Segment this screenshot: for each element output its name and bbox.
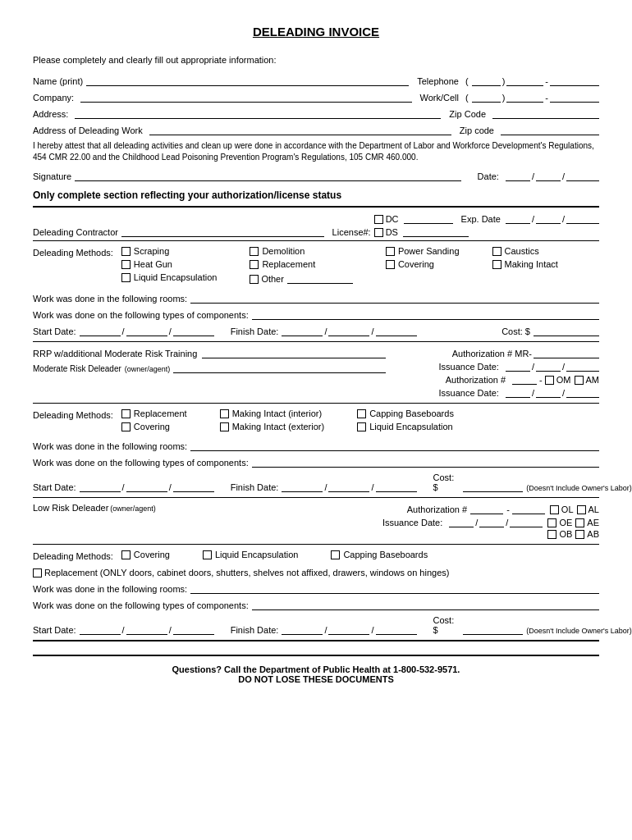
start-day3-field[interactable] (126, 623, 167, 635)
replacement1-checkbox[interactable] (250, 260, 259, 269)
finish-day3-field[interactable] (328, 623, 369, 635)
finish-month3-field[interactable] (282, 623, 323, 635)
cost3-field[interactable] (463, 623, 524, 635)
exp-month-field[interactable] (506, 212, 530, 224)
work-components2-field[interactable] (252, 456, 599, 468)
cost1-field[interactable] (534, 325, 599, 336)
work-rooms2-label: Work was done in the following rooms: (33, 441, 187, 451)
telephone-label: Telephone (417, 76, 459, 86)
method-power-sanding: Power Sanding (386, 246, 460, 256)
issuance2-year-field[interactable] (566, 386, 599, 398)
al-checkbox[interactable] (577, 505, 586, 514)
liquid-encap1-checkbox[interactable] (121, 273, 131, 282)
issuance2-month-field[interactable] (506, 386, 530, 398)
ab-checkbox[interactable] (575, 530, 584, 539)
ob-checkbox[interactable] (547, 530, 556, 539)
workcell-area-field[interactable] (472, 91, 501, 103)
license-number-field[interactable] (404, 212, 453, 224)
finish-label1: Finish Date: (231, 326, 279, 336)
auth-lr-prefix-field[interactable] (470, 503, 503, 514)
date-year-field[interactable] (566, 170, 599, 181)
om-checkbox[interactable] (545, 376, 554, 385)
work-rooms3-field[interactable] (190, 582, 599, 594)
start-year2-field[interactable] (173, 481, 214, 492)
start-day2-field[interactable] (126, 481, 167, 492)
contractor-field[interactable] (121, 226, 324, 237)
covering3-checkbox[interactable] (121, 550, 131, 559)
start-year3-field[interactable] (173, 623, 214, 635)
cost2-field[interactable] (463, 481, 524, 492)
issuance1-month-field[interactable] (506, 360, 530, 372)
ds-number-field[interactable] (403, 226, 469, 237)
date-month-field[interactable] (506, 170, 530, 181)
auth-omam-prefix-field[interactable] (512, 373, 537, 385)
issuance3-day-field[interactable] (479, 516, 504, 527)
work-components1-field[interactable] (252, 308, 599, 320)
start-day1-field[interactable] (126, 325, 167, 336)
signature-field[interactable] (75, 170, 460, 181)
making-intact1-checkbox[interactable] (492, 260, 501, 269)
capping3-checkbox[interactable] (331, 550, 340, 559)
company-field[interactable] (80, 91, 411, 103)
tel-prefix-field[interactable] (506, 75, 543, 86)
exp-year-field[interactable] (566, 212, 599, 224)
zip-code-field[interactable] (492, 107, 599, 119)
start-month1-field[interactable] (80, 325, 121, 336)
finish-day1-field[interactable] (328, 325, 369, 336)
covering2-checkbox[interactable] (121, 422, 131, 431)
am-checkbox[interactable] (575, 376, 584, 385)
other-field[interactable] (287, 272, 353, 284)
auth-mr-field[interactable] (534, 347, 599, 358)
issuance1-year-field[interactable] (566, 360, 599, 372)
scraping-checkbox[interactable] (121, 247, 131, 256)
work-rooms2-field[interactable] (190, 440, 599, 451)
date-day-field[interactable] (536, 170, 561, 181)
finish-month1-field[interactable] (282, 325, 323, 336)
liquid-encap2-checkbox[interactable] (357, 422, 366, 431)
oe-checkbox[interactable] (547, 518, 556, 527)
covering1-checkbox[interactable] (386, 260, 395, 269)
ds-checkbox[interactable] (374, 228, 383, 237)
other-checkbox[interactable] (250, 275, 259, 284)
auth-lr-suffix-field[interactable] (512, 503, 545, 514)
finish-year3-field[interactable] (376, 623, 417, 635)
replacement2-checkbox[interactable] (121, 409, 131, 418)
demolition-checkbox[interactable] (250, 247, 259, 256)
finish-month2-field[interactable] (282, 481, 323, 492)
finish-day2-field[interactable] (328, 481, 369, 492)
ol-checkbox[interactable] (550, 505, 559, 514)
rrp-field[interactable] (202, 347, 386, 358)
issuance3-month-field[interactable] (449, 516, 474, 527)
mod-risk-field[interactable] (173, 362, 386, 373)
address-deleading-field[interactable] (149, 124, 451, 135)
finish-year2-field[interactable] (376, 481, 417, 492)
issuance1-day-field[interactable] (536, 360, 561, 372)
issuance3-year-field[interactable] (510, 516, 543, 527)
caustics-checkbox[interactable] (492, 247, 501, 256)
work-components3-field[interactable] (252, 599, 599, 610)
ae-checkbox[interactable] (575, 518, 584, 527)
replacement3-checkbox[interactable] (33, 568, 42, 578)
making-intact-int-checkbox[interactable] (220, 409, 229, 418)
power-sanding-checkbox[interactable] (386, 247, 395, 256)
zip-code2-field[interactable] (501, 124, 599, 135)
tel-number-field[interactable] (550, 75, 599, 86)
heat-gun-checkbox[interactable] (121, 260, 131, 269)
tel-area-field[interactable] (472, 75, 501, 86)
capping2-checkbox[interactable] (357, 409, 366, 418)
start-year1-field[interactable] (173, 325, 214, 336)
address-field[interactable] (75, 107, 441, 119)
finish-label2: Finish Date: (231, 482, 279, 492)
dc-checkbox[interactable] (374, 215, 383, 224)
exp-day-field[interactable] (536, 212, 561, 224)
work-rooms1-field[interactable] (190, 292, 599, 304)
finish-year1-field[interactable] (376, 325, 417, 336)
start-month3-field[interactable] (80, 623, 121, 635)
workcell-number-field[interactable] (550, 91, 599, 103)
liquid-encap3-checkbox[interactable] (203, 550, 212, 559)
issuance2-day-field[interactable] (536, 386, 561, 398)
making-intact-ext-checkbox[interactable] (220, 422, 229, 431)
start-month2-field[interactable] (80, 481, 121, 492)
workcell-prefix-field[interactable] (506, 91, 543, 103)
name-print-field[interactable] (86, 75, 409, 86)
